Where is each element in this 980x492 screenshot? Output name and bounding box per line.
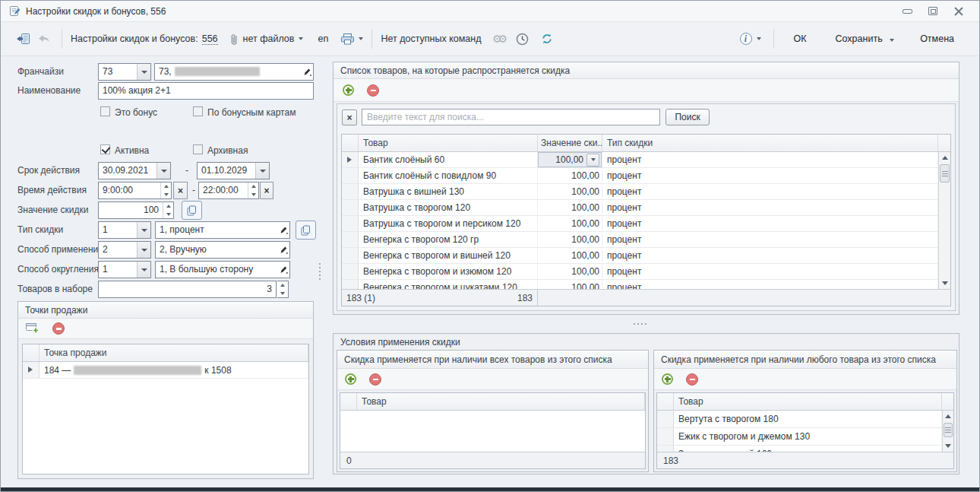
period-to-datepicker[interactable]: 01.10.2029 [197, 162, 270, 179]
discount-value-cell[interactable]: 100,00 [538, 216, 602, 231]
row-selector-cell[interactable] [342, 280, 359, 289]
product-row[interactable]: Ватрушка с творогом 120 100,00 процент [342, 200, 938, 216]
product-row[interactable]: Венгерка с творогом и цукатами 120 100,0… [342, 280, 938, 289]
row-selector-cell[interactable] [342, 248, 359, 263]
print-button[interactable] [341, 29, 363, 49]
language-button[interactable]: en [314, 29, 332, 49]
add-product-icon[interactable] [343, 84, 354, 96]
cancel-button[interactable]: Отмена [912, 30, 962, 47]
franchisee-code-combo[interactable]: 73 [98, 63, 151, 81]
copy-discount-value-button[interactable] [182, 201, 202, 220]
calendar-dropdown-icon[interactable] [156, 163, 170, 179]
row-selector-cell[interactable] [342, 216, 359, 231]
info-button[interactable]: i [740, 29, 761, 49]
time-to-stepper[interactable] [248, 183, 258, 198]
time-from-field[interactable]: 9:00:00 [98, 182, 172, 199]
refresh-icon[interactable] [538, 29, 556, 49]
condition-row[interactable]: Вертута с творогом 180 [657, 411, 942, 428]
row-selector-cell[interactable] [23, 362, 40, 378]
close-icon[interactable] [952, 5, 966, 17]
row-selector-cell[interactable] [657, 428, 674, 445]
product-row[interactable]: Ватрушка с творогом и персиком 120 100,0… [342, 216, 938, 232]
apply-method-name-field[interactable]: 2, Вручную [155, 241, 290, 259]
active-checkbox[interactable] [100, 144, 110, 154]
ok-button[interactable]: ОК [786, 30, 814, 47]
add-condition-any-icon[interactable] [662, 373, 673, 385]
sales-point-column-header[interactable]: Точка продажи [40, 344, 308, 362]
remove-sales-point-icon[interactable] [52, 322, 65, 335]
bonus-cards-checkbox[interactable] [193, 106, 203, 116]
remove-condition-all-icon[interactable] [369, 373, 381, 386]
discount-value-field[interactable]: 100 [98, 202, 174, 219]
product-row[interactable]: Бантик слоёный 60 100,00 процент [342, 152, 938, 168]
edit-pencil-icon[interactable] [301, 64, 313, 80]
apply-method-combo[interactable]: 2 [98, 241, 151, 259]
time-from-stepper[interactable] [160, 183, 171, 198]
is-bonus-checkbox[interactable] [100, 106, 110, 116]
scroll-down-icon[interactable] [939, 278, 950, 289]
product-row[interactable]: Бантик слоёный с повидлом 90 100,00 проц… [342, 168, 938, 184]
product-row[interactable]: Венгерка с творогом и изюмом 120 100,00 … [342, 264, 938, 280]
chevron-down-icon[interactable] [137, 64, 150, 80]
row-selector-cell[interactable] [342, 152, 359, 167]
edit-pencil-icon[interactable] [277, 262, 289, 278]
vertical-scrollbar[interactable] [942, 411, 953, 452]
value-column-header[interactable]: Значение ски... [538, 135, 602, 152]
discount-value-cell[interactable]: 100,00 [538, 248, 602, 263]
scroll-up-icon[interactable] [943, 411, 953, 422]
product-column-header[interactable]: Товар [674, 393, 942, 411]
scroll-down-icon[interactable] [943, 440, 953, 452]
row-selector-cell[interactable] [342, 264, 359, 279]
set-count-stepper[interactable] [277, 281, 289, 298]
horizontal-splitter-handle[interactable] [634, 323, 646, 325]
attachments-button[interactable]: нет файлов [230, 29, 304, 49]
chevron-down-icon[interactable] [137, 262, 150, 278]
type-column-header[interactable]: Тип скидки [602, 135, 938, 152]
row-selector-cell[interactable] [342, 232, 359, 247]
row-selector-cell[interactable] [657, 446, 674, 452]
product-row[interactable]: Венгерка с творогом и вишней 120 100,00 … [342, 248, 938, 264]
restore-icon[interactable] [926, 5, 940, 17]
vertical-splitter-handle[interactable] [319, 263, 321, 280]
condition-row[interactable]: Ежик с творогом и джемом 130 [657, 428, 942, 446]
remove-product-icon[interactable] [367, 84, 379, 97]
period-from-datepicker[interactable]: 30.09.2021 [98, 162, 171, 179]
product-row[interactable]: Венгерка с творогом 120 гр 100,00 процен… [342, 232, 938, 248]
scrollbar-thumb[interactable] [944, 423, 953, 437]
value-dropdown-icon[interactable] [586, 154, 599, 167]
copy-discount-type-button[interactable] [296, 221, 316, 240]
time-to-clear-icon[interactable]: × [260, 182, 273, 199]
add-sales-point-icon[interactable] [26, 323, 40, 334]
discount-value-cell[interactable]: 100,00 [538, 232, 602, 247]
row-selector-cell[interactable] [657, 411, 674, 427]
product-column-header[interactable]: Товар [359, 135, 538, 152]
set-count-field[interactable]: 3 [98, 281, 277, 298]
rounding-name-field[interactable]: 1, В большую сторону [155, 261, 290, 278]
back-icon[interactable] [35, 29, 53, 49]
discount-type-combo[interactable]: 1 [98, 221, 151, 239]
product-row[interactable]: Ватрушка с вишней 130 100,00 процент [342, 184, 938, 200]
discount-value-cell[interactable]: 100,00 [538, 168, 602, 183]
remove-condition-any-icon[interactable] [686, 373, 698, 386]
open-in-list-icon[interactable] [14, 29, 32, 49]
discount-value-cell[interactable]: 100,00 [538, 264, 602, 279]
condition-row[interactable]: Завиток с вишней 160 [657, 446, 942, 452]
minimize-icon[interactable] [900, 5, 914, 17]
row-selector-cell[interactable] [342, 168, 359, 183]
archive-checkbox[interactable] [193, 144, 203, 154]
time-from-clear-icon[interactable]: × [173, 182, 188, 199]
name-input[interactable]: 100% акция 2+1 [98, 82, 314, 100]
rounding-combo[interactable]: 1 [98, 261, 151, 278]
search-input[interactable] [362, 109, 660, 125]
calendar-dropdown-icon[interactable] [255, 163, 269, 179]
document-number-link[interactable]: 556 [202, 33, 218, 45]
settings-gears-icon[interactable]: ⚙⚙ [489, 29, 507, 49]
save-button[interactable]: Сохранить [828, 30, 903, 47]
edit-pencil-icon[interactable] [277, 222, 289, 238]
search-button[interactable]: Поиск [665, 109, 710, 125]
discount-value-cell[interactable]: 100,00 [538, 200, 602, 215]
sales-point-row[interactable]: 184 —к 1508 [23, 362, 308, 379]
chevron-down-icon[interactable] [137, 242, 150, 258]
vertical-scrollbar[interactable] [938, 152, 950, 289]
scroll-up-icon[interactable] [939, 152, 950, 163]
